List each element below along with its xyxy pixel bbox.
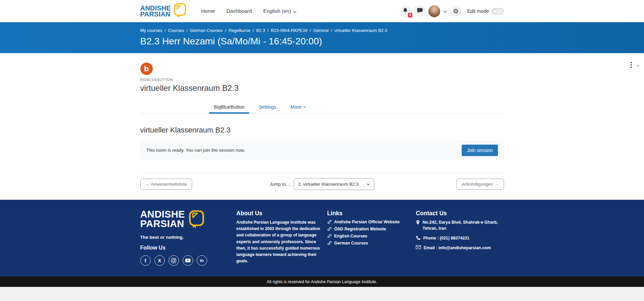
chat-icon — [417, 7, 423, 15]
link-osd-registration[interactable]: ÖSD Registration Website — [327, 226, 411, 231]
facebook-icon[interactable]: f — [140, 255, 151, 266]
breadcrumb-my-courses[interactable]: My courses — [140, 28, 162, 33]
link-german-courses[interactable]: German Courses — [327, 240, 411, 246]
site-footer: ANDISHE PARSIAN The best or nothing. Fol… — [0, 200, 644, 276]
activity-tabs: BigBlueButton Settings More — [140, 101, 504, 114]
next-activity-button[interactable]: Ankündigungen → — [456, 179, 504, 190]
about-us-heading: About Us — [236, 210, 322, 217]
contact-us-heading: Contact Us — [416, 210, 504, 217]
link-official-website[interactable]: Andishe Parsian Official Website — [327, 219, 411, 224]
room-status-panel: This room is ready. You can join the ses… — [140, 141, 504, 160]
footer-logo-line1: ANDISHE — [140, 210, 185, 219]
language-menu[interactable]: English (en) — [263, 8, 296, 14]
primary-nav: Home Dashboard English (en) — [201, 8, 296, 14]
social-links: f X in — [140, 255, 232, 266]
link-icon — [327, 233, 332, 238]
breadcrumb-general[interactable]: General — [313, 28, 329, 33]
about-us-text: Andishe Parsian Language Institute was e… — [236, 219, 322, 264]
link-icon — [327, 240, 332, 246]
main-content: b BIGBLUEBUTTON virtueller Klassenraum B… — [0, 53, 644, 200]
tab-more[interactable]: More — [286, 101, 311, 113]
course-title: B2.3 Herr Nezami (Sa/Mo/Mi - 16:45-20:00… — [140, 36, 504, 47]
chevron-down-icon — [367, 183, 370, 185]
phone-icon — [416, 235, 421, 240]
logo-text-line2: PARSIAN — [140, 11, 171, 17]
link-icon — [327, 219, 332, 224]
youtube-icon[interactable] — [183, 255, 193, 266]
gear-icon: ⚙ — [453, 7, 459, 15]
nav-dashboard[interactable]: Dashboard — [226, 8, 252, 14]
site-logo[interactable]: ANDISHE PARSIAN — [140, 3, 187, 19]
notification-count-badge: 5 — [408, 13, 413, 17]
notifications-button[interactable]: 5 — [400, 5, 411, 17]
breadcrumb-course-code[interactable]: B23-0904-RKPE16 — [271, 28, 308, 33]
module-type-label: BIGBLUEBUTTON — [140, 78, 504, 82]
footer-logo-line2: PARSIAN — [140, 219, 185, 229]
breadcrumb-b23[interactable]: B2.3 — [256, 28, 265, 33]
page-bottom-strip — [0, 287, 644, 301]
top-header: ANDISHE PARSIAN Home Dashboard English (… — [0, 0, 644, 22]
messages-button[interactable] — [414, 5, 425, 17]
room-section-title: virtueller Klassenraum B2.3 — [140, 126, 504, 135]
copyright-bar: All rights is reserved for Andishe Parsi… — [0, 276, 644, 287]
tab-bigbluebutton[interactable]: BigBlueButton — [209, 101, 249, 113]
links-heading: Links — [327, 210, 411, 217]
chevron-down-icon — [293, 8, 296, 14]
footer-tagline: The best or nothing. — [140, 235, 232, 240]
contact-address: No.242, Darya Blvd, Shahrak-e Gharb, Teh… — [416, 219, 504, 231]
previous-activity-button[interactable]: ← Anwesenheitsliste — [140, 179, 192, 190]
room-status-text: This room is ready. You can join the ses… — [146, 148, 245, 153]
edit-mode-toggle[interactable] — [492, 8, 504, 14]
nav-home[interactable]: Home — [201, 8, 215, 14]
location-pin-icon — [416, 220, 420, 225]
kebab-menu-icon[interactable] — [629, 61, 633, 69]
user-menu-chevron-icon[interactable] — [443, 8, 447, 14]
activity-navigation: ← Anwesenheitsliste Jump to...: 2. virtu… — [140, 173, 504, 200]
breadcrumb: My courses/Courses/German Courses/Regelk… — [140, 28, 504, 33]
breadcrumb-german-courses[interactable]: German Courses — [190, 28, 223, 33]
link-icon — [327, 226, 332, 231]
link-english-courses[interactable]: English Courses — [327, 233, 411, 238]
envelope-icon — [416, 245, 421, 249]
bigbluebutton-activity-icon: b — [140, 63, 153, 75]
edit-mode-label: Edit mode — [467, 8, 489, 14]
chevron-down-icon — [303, 106, 306, 108]
breadcrumb-courses[interactable]: Courses — [168, 28, 184, 33]
join-session-button[interactable]: Join session — [462, 145, 498, 156]
jump-to-label: Jump to...: — [270, 182, 291, 187]
tab-settings[interactable]: Settings — [254, 101, 281, 113]
footer-logo-book-icon — [188, 210, 205, 230]
footer-logo: ANDISHE PARSIAN — [140, 210, 232, 230]
activity-title: virtueller Klassenraum B2.3 — [140, 83, 504, 93]
linkedin-icon[interactable]: in — [197, 255, 207, 266]
language-label: English (en) — [263, 8, 291, 14]
contact-phone: Phone : (021) 88374221 — [416, 235, 504, 241]
logo-book-icon — [173, 3, 187, 19]
instagram-icon[interactable] — [169, 255, 179, 266]
breadcrumb-regelkurse[interactable]: Regelkurse — [229, 28, 250, 33]
settings-button[interactable]: ⚙ — [450, 5, 461, 17]
x-twitter-icon[interactable]: X — [154, 255, 165, 266]
jump-to-select[interactable]: 2. virtueller Klassenraum B2.3 — [294, 178, 374, 190]
contact-email: Email : info@andisheparsian.com — [416, 245, 504, 251]
follow-us-heading: Follow Us — [140, 245, 232, 251]
breadcrumb-current-page[interactable]: virtueller Klassenraum B2.3 — [334, 28, 387, 33]
collapse-chevron-icon[interactable] — [636, 62, 639, 68]
course-header-banner: My courses/Courses/German Courses/Regelk… — [0, 22, 644, 53]
copyright-text: All rights is reserved for Andishe Parsi… — [267, 279, 377, 284]
user-avatar[interactable] — [428, 5, 440, 17]
